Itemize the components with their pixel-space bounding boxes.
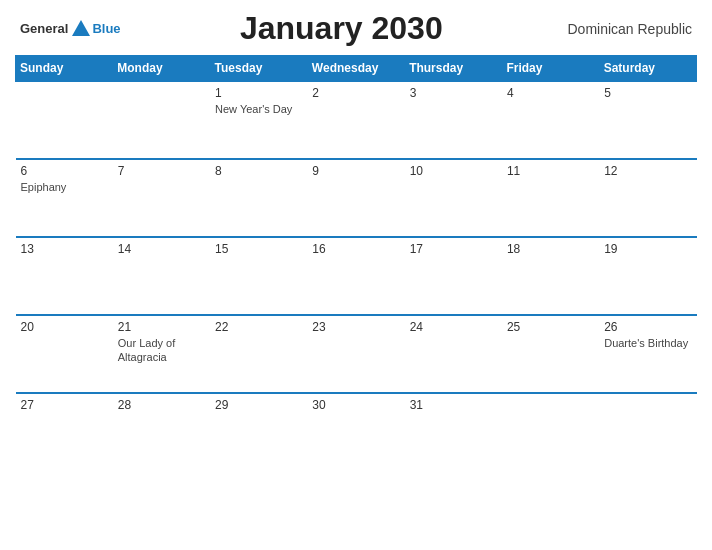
day-number: 17 [410, 242, 497, 256]
day-number: 24 [410, 320, 497, 334]
calendar-cell: 6Epiphany [16, 159, 113, 237]
day-number: 29 [215, 398, 302, 412]
calendar-week-row: 6Epiphany789101112 [16, 159, 697, 237]
calendar-cell: 20 [16, 315, 113, 393]
calendar-cell: 29 [210, 393, 307, 458]
logo-icon [70, 18, 92, 40]
day-number: 16 [312, 242, 399, 256]
calendar-title: January 2030 [121, 10, 562, 47]
calendar-cell: 22 [210, 315, 307, 393]
day-number: 26 [604, 320, 691, 334]
day-number: 22 [215, 320, 302, 334]
calendar-header: General Blue January 2030 Dominican Repu… [15, 10, 697, 47]
calendar-cell: 17 [405, 237, 502, 315]
weekday-header-monday: Monday [113, 56, 210, 82]
day-number: 27 [21, 398, 108, 412]
calendar-cell [599, 393, 696, 458]
calendar-cell: 28 [113, 393, 210, 458]
calendar-cell [113, 81, 210, 159]
day-number: 18 [507, 242, 594, 256]
holiday-label: Epiphany [21, 180, 108, 194]
day-number: 20 [21, 320, 108, 334]
day-number: 4 [507, 86, 594, 100]
day-number: 31 [410, 398, 497, 412]
day-number: 12 [604, 164, 691, 178]
day-number: 11 [507, 164, 594, 178]
calendar-cell: 9 [307, 159, 404, 237]
calendar-cell: 26Duarte's Birthday [599, 315, 696, 393]
country-label: Dominican Republic [562, 21, 692, 37]
calendar-cell: 21Our Lady of Altagracia [113, 315, 210, 393]
calendar-cell [502, 393, 599, 458]
weekday-header-wednesday: Wednesday [307, 56, 404, 82]
weekday-header-friday: Friday [502, 56, 599, 82]
day-number: 3 [410, 86, 497, 100]
day-number: 28 [118, 398, 205, 412]
weekday-header-saturday: Saturday [599, 56, 696, 82]
calendar-week-row: 2728293031 [16, 393, 697, 458]
logo-blue-text: Blue [92, 21, 120, 36]
holiday-label: Our Lady of Altagracia [118, 336, 205, 365]
calendar-cell: 10 [405, 159, 502, 237]
calendar-cell: 24 [405, 315, 502, 393]
calendar-cell: 15 [210, 237, 307, 315]
day-number: 14 [118, 242, 205, 256]
calendar-week-row: 13141516171819 [16, 237, 697, 315]
calendar-cell: 14 [113, 237, 210, 315]
day-number: 7 [118, 164, 205, 178]
day-number: 2 [312, 86, 399, 100]
calendar-cell: 19 [599, 237, 696, 315]
calendar-cell: 31 [405, 393, 502, 458]
day-number: 21 [118, 320, 205, 334]
calendar-table: SundayMondayTuesdayWednesdayThursdayFrid… [15, 55, 697, 458]
weekday-header-sunday: Sunday [16, 56, 113, 82]
calendar-cell: 23 [307, 315, 404, 393]
day-number: 10 [410, 164, 497, 178]
calendar-cell: 3 [405, 81, 502, 159]
day-number: 1 [215, 86, 302, 100]
holiday-label: New Year's Day [215, 102, 302, 116]
calendar-cell: 4 [502, 81, 599, 159]
day-number: 13 [21, 242, 108, 256]
weekday-header-tuesday: Tuesday [210, 56, 307, 82]
calendar-cell: 2 [307, 81, 404, 159]
day-number: 30 [312, 398, 399, 412]
calendar-cell: 30 [307, 393, 404, 458]
day-number: 23 [312, 320, 399, 334]
calendar-cell: 5 [599, 81, 696, 159]
calendar-cell: 12 [599, 159, 696, 237]
day-number: 19 [604, 242, 691, 256]
calendar-cell: 25 [502, 315, 599, 393]
calendar-cell: 27 [16, 393, 113, 458]
svg-marker-0 [72, 20, 90, 36]
day-number: 8 [215, 164, 302, 178]
logo-general-text: General [20, 21, 68, 36]
calendar-cell: 18 [502, 237, 599, 315]
calendar-cell: 1New Year's Day [210, 81, 307, 159]
day-number: 5 [604, 86, 691, 100]
calendar-cell: 13 [16, 237, 113, 315]
calendar-cell: 16 [307, 237, 404, 315]
holiday-label: Duarte's Birthday [604, 336, 691, 350]
day-number: 25 [507, 320, 594, 334]
calendar-cell: 11 [502, 159, 599, 237]
calendar-cell [16, 81, 113, 159]
day-number: 15 [215, 242, 302, 256]
calendar-cell: 8 [210, 159, 307, 237]
day-number: 9 [312, 164, 399, 178]
calendar-page: General Blue January 2030 Dominican Repu… [0, 0, 712, 550]
calendar-week-row: 2021Our Lady of Altagracia2223242526Duar… [16, 315, 697, 393]
weekday-header-thursday: Thursday [405, 56, 502, 82]
logo: General Blue [20, 18, 121, 40]
weekday-header-row: SundayMondayTuesdayWednesdayThursdayFrid… [16, 56, 697, 82]
calendar-week-row: 1New Year's Day2345 [16, 81, 697, 159]
day-number: 6 [21, 164, 108, 178]
calendar-cell: 7 [113, 159, 210, 237]
